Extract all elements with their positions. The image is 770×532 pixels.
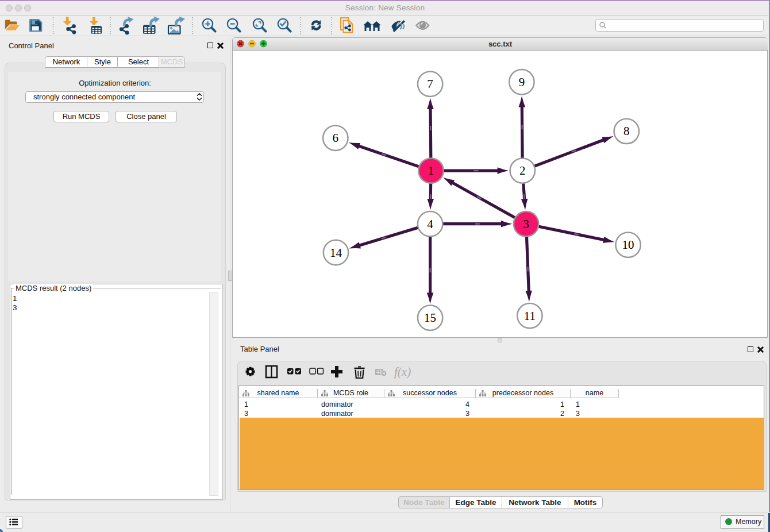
svg-text:2: 2 — [519, 164, 526, 178]
svg-text:15: 15 — [424, 311, 436, 325]
svg-text:10: 10 — [622, 238, 634, 252]
svg-text:14: 14 — [330, 246, 342, 260]
svg-text:11: 11 — [524, 309, 536, 323]
svg-text:4: 4 — [427, 217, 433, 231]
svg-text:9: 9 — [519, 75, 525, 89]
svg-text:6: 6 — [333, 131, 339, 145]
svg-text:f(x): f(x) — [394, 365, 411, 379]
svg-text:1: 1 — [428, 164, 434, 178]
svg-text:8: 8 — [623, 124, 630, 138]
svg-text:3: 3 — [523, 217, 529, 231]
svg-text:7: 7 — [427, 77, 433, 91]
